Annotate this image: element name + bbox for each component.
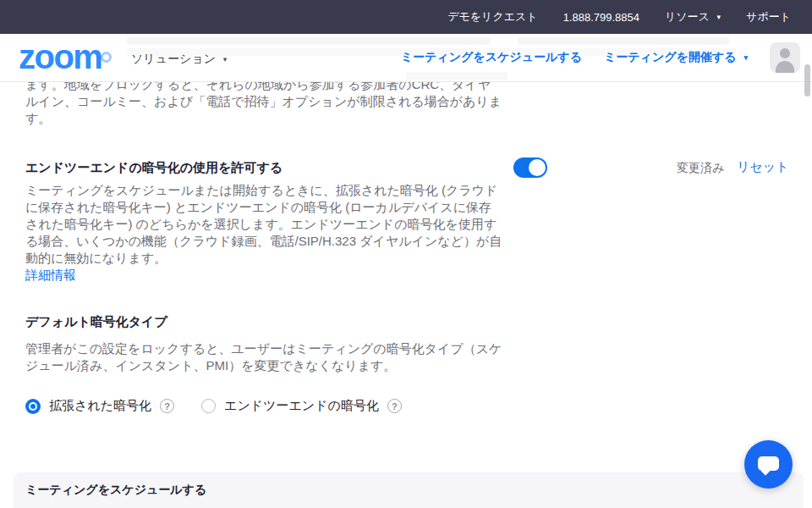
chevron-down-icon: ▾ (743, 53, 748, 62)
phone-number-link[interactable]: 1.888.799.8854 (563, 11, 639, 24)
site-header: zoom ソリューション ▾ ミーティングをスケジュールする ミーティングを開催… (0, 34, 812, 82)
e2e-encryption-toggle[interactable] (513, 157, 547, 178)
e2e-description-text: ミーティングをスケジュールまたは開始するときに、拡張された暗号化 (クラウドに保… (25, 183, 502, 265)
chevron-down-icon: ▾ (717, 13, 721, 21)
avatar-person-icon (776, 61, 794, 73)
reset-link[interactable]: リセット (737, 159, 788, 175)
encryption-type-radio-group: 拡張された暗号化 ? エンドツーエンドの暗号化 ? (25, 398, 402, 414)
top-utility-bar: デモをリクエスト 1.888.799.8854 リソース ▾ サポート (0, 0, 812, 34)
schedule-meeting-link[interactable]: ミーティングをスケジュールする (401, 50, 582, 65)
user-avatar[interactable] (770, 42, 800, 73)
toggle-knob (529, 159, 546, 176)
learn-more-link[interactable]: 詳細情報 (25, 267, 76, 284)
default-encryption-type-title: デフォルト暗号化タイプ (25, 314, 167, 330)
radio-option-enhanced-encryption[interactable]: 拡張された暗号化 ? (25, 398, 174, 414)
modified-status-badge: 変更済み (677, 161, 724, 176)
host-meeting-menu[interactable]: ミーティングを開催する ▾ (604, 50, 748, 65)
help-question-icon[interactable]: ? (160, 399, 174, 413)
avatar-person-icon (780, 48, 790, 58)
blocked-regions-description: ます。地域をブロックすると、それらの地域から参加する参加者のCRC、ダイヤルイン… (25, 76, 503, 127)
host-meeting-label: ミーティングを開催する (604, 50, 737, 64)
radio-option-label: 拡張された暗号化 (49, 398, 151, 414)
radio-option-label: エンドツーエンドの暗号化 (224, 398, 379, 414)
request-demo-link[interactable]: デモをリクエスト (447, 9, 537, 25)
nav-solutions-menu[interactable]: ソリューション ▾ (131, 52, 227, 67)
chat-widget-button[interactable] (744, 440, 793, 489)
radio-unselected-icon[interactable] (201, 399, 216, 413)
default-encryption-type-description: 管理者がこの設定をロックすると、ユーザーはミーティングの暗号化タイプ（スケジュー… (25, 340, 503, 374)
nav-solutions-label: ソリューション (131, 52, 216, 65)
ghost-logo-mark (101, 52, 112, 63)
zoom-logo[interactable]: zoom (19, 36, 102, 77)
vertical-scrollbar-thumb[interactable] (804, 64, 810, 97)
schedule-meeting-section-band: ミーティングをスケジュールする (14, 472, 804, 508)
e2e-encryption-setting-title: エンドツーエンドの暗号化の使用を許可する (25, 160, 283, 176)
support-link[interactable]: サポート (746, 9, 791, 25)
schedule-meeting-section-title: ミーティングをスケジュールする (14, 472, 804, 498)
header-actions: ミーティングをスケジュールする ミーティングを開催する ▾ (401, 34, 800, 81)
radio-option-e2e-encryption[interactable]: エンドツーエンドの暗号化 ? (201, 398, 402, 414)
help-question-icon[interactable]: ? (387, 399, 402, 413)
resources-menu[interactable]: リソース ▾ (665, 9, 721, 25)
radio-selected-icon[interactable] (25, 399, 41, 414)
chevron-down-icon: ▾ (223, 55, 228, 64)
e2e-encryption-setting-description: ミーティングをスケジュールまたは開始するときに、拡張された暗号化 (クラウドに保… (25, 182, 503, 284)
resources-label: リソース (665, 10, 710, 23)
